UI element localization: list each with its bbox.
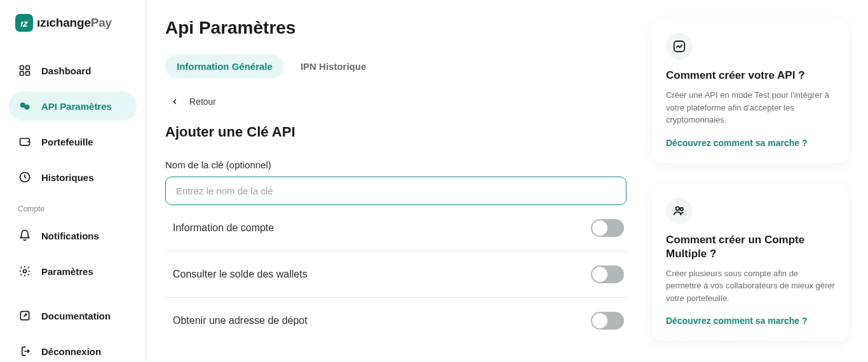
sidebar-item-notifications[interactable]: Notifications [9,221,137,250]
key-name-label: Nom de la clé (optionnel) [165,159,627,170]
sidebar-item-deconnexion[interactable]: Déconnexion [9,337,137,362]
brand-name: ızıchangePay [37,16,112,30]
page-title: Api Paramètres [165,18,627,38]
info-card-link[interactable]: Découvrez comment sa marche ? [666,138,835,148]
gear-icon [18,264,32,278]
logout-icon [18,344,32,358]
users-icon [666,198,693,224]
info-card-multi-account: Comment créer un Compte Multiple ? Créer… [652,184,849,342]
svg-rect-2 [20,72,24,76]
sidebar-item-label: Notifications [41,231,99,241]
permission-label: Obtenir une adresse de dépot [173,315,308,326]
brand-logo[interactable]: ız ızıchangePay [9,14,137,32]
svg-rect-1 [26,66,30,70]
grid-icon [18,64,32,77]
info-card-title: Comment créer un Compte Multiple ? [666,233,835,261]
permission-toggle-wallet-balance[interactable] [591,265,624,283]
tab-ipn-historique[interactable]: IPN Historique [289,55,377,78]
svg-point-12 [680,208,683,211]
permission-row: Obtenir une adresse de dépot [165,298,627,344]
svg-rect-0 [20,66,24,70]
main-area: Api Paramètres Information Générale IPN … [146,0,868,362]
clock-icon [18,170,32,184]
permission-row: Information de compte [165,205,627,251]
permission-toggle-account-info[interactable] [591,219,624,237]
sidebar: ız ızıchangePay Dashboard API Paramètres… [0,0,146,362]
info-card-body: Créer plusieurs sous compte afin de perm… [666,267,835,305]
sidebar-item-dashboard[interactable]: Dashboard [9,56,137,85]
sidebar-item-historiques[interactable]: Historiques [9,163,137,192]
content-column: Api Paramètres Information Générale IPN … [165,18,627,362]
sidebar-item-label: Dashboard [41,65,91,76]
svg-rect-3 [26,72,30,76]
permission-toggle-deposit-address[interactable] [591,312,624,330]
sidebar-item-label: Déconnexion [41,346,101,357]
back-label: Retour [189,97,216,107]
svg-point-8 [24,270,27,273]
permission-label: Information de compte [173,222,274,234]
sidebar-item-label: Paramètres [41,266,93,277]
info-cards-column: Comment créer votre API ? Créer une API … [652,18,849,362]
info-card-title: Comment créer votre API ? [666,69,835,83]
info-card-create-api: Comment créer votre API ? Créer une API … [652,19,849,163]
sidebar-item-label: API Paramètres [41,101,112,112]
info-card-body: Créer une API en mode Test pour l'intégr… [666,89,835,126]
sidebar-section-label: Compte [9,198,137,215]
sidebar-item-documentation[interactable]: Documentation [9,301,137,330]
sidebar-item-portefeuille[interactable]: Portefeuille [9,127,137,156]
bell-icon [18,229,32,243]
info-card-link[interactable]: Découvrez comment sa marche ? [666,316,835,326]
sidebar-item-label: Historiques [41,172,94,183]
sidebar-item-label: Portefeuille [41,137,93,147]
chart-icon [666,33,693,60]
wallet-icon [18,135,32,149]
permission-row: Consulter le solde des wallets [165,251,627,298]
chevron-left-icon [169,96,180,107]
sidebar-item-api-parametres[interactable]: API Paramètres [9,91,137,121]
svg-point-5 [24,105,29,110]
sidebar-item-parametres[interactable]: Paramètres [9,257,137,286]
section-title: Ajouter une Clé API [165,124,627,140]
tab-information-generale[interactable]: Information Générale [165,55,284,78]
back-button[interactable]: Retour [165,96,627,107]
tab-bar: Information Générale IPN Historique [165,55,627,78]
sidebar-item-label: Documentation [41,311,111,321]
svg-point-11 [676,206,680,210]
brand-mark-icon: ız [15,14,33,32]
permission-label: Consulter le solde des wallets [173,269,308,280]
external-link-icon [18,309,32,323]
api-icon [18,99,32,113]
key-name-input[interactable] [165,177,627,205]
